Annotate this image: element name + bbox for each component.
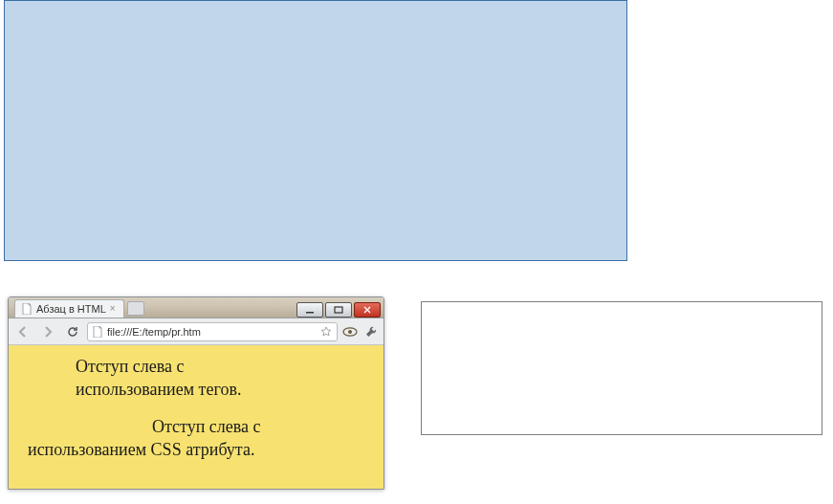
forward-button[interactable] [37,322,58,341]
url-text: file:///E:/temp/pr.htm [107,326,316,338]
bookmark-star-icon[interactable] [319,326,333,338]
page-icon [21,303,33,315]
minimize-button[interactable] [296,302,323,318]
window-controls [296,300,384,318]
paragraph-tags-indent: Отступ слева с использованием тегов. [76,355,296,402]
browser-window: Абзац в HTML × [8,296,384,490]
window-titlebar: Абзац в HTML × [9,297,384,318]
browser-tab[interactable]: Абзац в HTML × [14,299,124,318]
blue-placeholder-box [4,0,627,261]
page-icon [92,326,103,338]
empty-white-box [421,301,822,435]
wrench-icon[interactable] [362,325,380,339]
tab-title: Абзац в HTML [36,303,106,315]
svg-point-3 [348,330,352,334]
close-button[interactable] [354,302,381,318]
page-content: Отступ слева с использованием тегов. Отс… [9,345,384,489]
browser-toolbar: file:///E:/temp/pr.htm [9,318,384,345]
back-button[interactable] [12,322,33,341]
paragraph-css-line2: использованием CSS атрибута. [28,438,378,461]
svg-rect-0 [306,312,314,314]
address-bar[interactable]: file:///E:/temp/pr.htm [87,322,338,341]
svg-rect-1 [335,307,342,313]
new-tab-button[interactable] [127,301,144,316]
paragraph-css-line1: Отступ слева с [152,415,378,438]
view-icon[interactable] [341,326,359,338]
maximize-button[interactable] [325,302,352,318]
paragraph-css-indent: Отступ слева с использованием CSS атрибу… [28,415,378,462]
reload-button[interactable] [62,322,83,341]
tab-close-button[interactable]: × [110,304,118,314]
tab-strip: Абзац в HTML × [9,297,144,318]
